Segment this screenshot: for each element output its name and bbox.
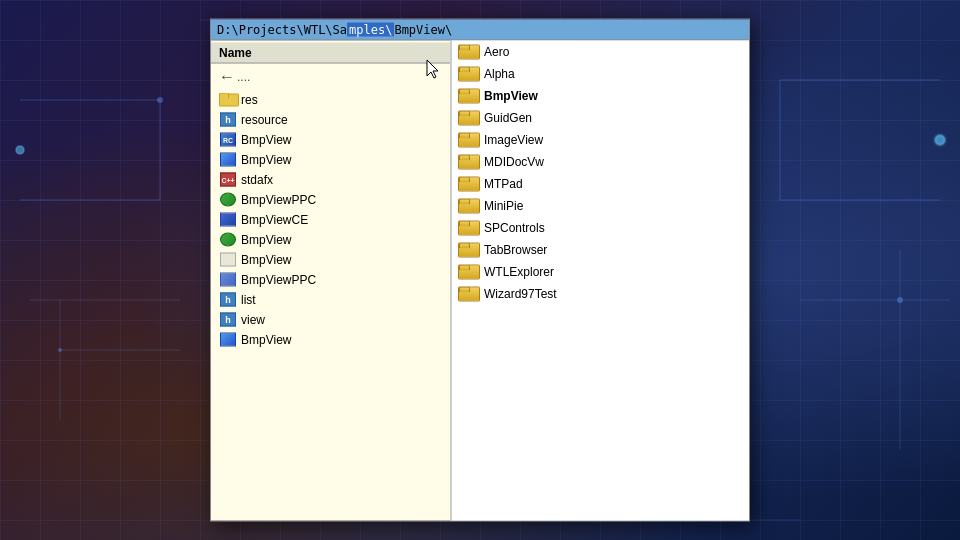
file-name: BmpView [241, 253, 291, 267]
generic-icon [219, 252, 237, 268]
list-item[interactable]: h view [211, 310, 450, 330]
list-item[interactable]: BmpView [211, 150, 450, 170]
file-name: BmpViewPPC [241, 193, 316, 207]
list-item[interactable]: WTLExplorer [452, 261, 749, 283]
folder-icon [458, 198, 478, 214]
ppc-icon [219, 192, 237, 208]
item-label: TabBrowser [484, 243, 547, 257]
list-item[interactable]: BmpViewPPC [211, 270, 450, 290]
ce2-icon [219, 272, 237, 288]
folder-icon [458, 264, 478, 280]
ppc2-icon [219, 232, 237, 248]
item-label: MTPad [484, 177, 523, 191]
folder-icon [458, 286, 478, 302]
rc-file-icon: RC [219, 132, 237, 148]
item-label: GuidGen [484, 111, 532, 125]
file-name: BmpView [241, 333, 291, 347]
right-panel[interactable]: Aero Alpha BmpView GuidGen ImageView [451, 41, 749, 521]
back-arrow-icon: ← [219, 68, 235, 86]
address-highlight: mples\ [347, 23, 394, 37]
list-item[interactable]: res [211, 90, 450, 110]
h-file-icon: h [219, 112, 237, 128]
folder-icon [458, 132, 478, 148]
address-bar[interactable]: D:\Projects\WTL\Samples\BmpView\ [211, 20, 749, 41]
item-label: SPControls [484, 221, 545, 235]
back-label: .... [237, 70, 250, 84]
list-item[interactable]: BmpView [452, 85, 749, 107]
folder-icon [458, 44, 478, 60]
file-name: BmpViewCE [241, 213, 308, 227]
folder-icon [219, 92, 237, 108]
cpp-file-icon: C++ [219, 172, 237, 188]
folder-icon [458, 220, 478, 236]
file-name: resource [241, 113, 288, 127]
address-suffix: BmpView\ [394, 23, 452, 37]
file-name: BmpView [241, 133, 291, 147]
list-item[interactable]: SPControls [452, 217, 749, 239]
folder-icon [458, 110, 478, 126]
list-item[interactable]: ImageView [452, 129, 749, 151]
item-label: MDIDocVw [484, 155, 544, 169]
file-name: BmpView [241, 153, 291, 167]
item-label: BmpView [484, 89, 538, 103]
list-item[interactable]: Alpha [452, 63, 749, 85]
list-item[interactable]: BmpViewPPC [211, 190, 450, 210]
file-name: view [241, 313, 265, 327]
folder-icon [458, 154, 478, 170]
file-name: list [241, 293, 256, 307]
file-name: BmpViewPPC [241, 273, 316, 287]
list-item[interactable]: GuidGen [452, 107, 749, 129]
folder-icon [458, 88, 478, 104]
list-item[interactable]: MTPad [452, 173, 749, 195]
address-prefix: D:\Projects\WTL\Sa [217, 23, 347, 37]
column-header: Name [211, 43, 450, 64]
left-panel[interactable]: Name ← .... res h resource [211, 41, 451, 521]
content-area: Name ← .... res h resource [211, 41, 749, 521]
list-item[interactable]: Wizard97Test [452, 283, 749, 305]
list-item[interactable]: BmpViewCE [211, 210, 450, 230]
item-label: Alpha [484, 67, 515, 81]
vcproj-icon [219, 152, 237, 168]
vcproj2-icon [219, 332, 237, 348]
file-name: BmpView [241, 233, 291, 247]
list-item[interactable]: h resource [211, 110, 450, 130]
item-label: WTLExplorer [484, 265, 554, 279]
file-dialog: D:\Projects\WTL\Samples\BmpView\ Name ← … [210, 19, 750, 522]
list-item[interactable]: Aero [452, 41, 749, 63]
list-item[interactable]: MDIDocVw [452, 151, 749, 173]
list-item[interactable]: MiniPie [452, 195, 749, 217]
folder-icon [458, 66, 478, 82]
folder-dropdown[interactable]: Aero Alpha BmpView GuidGen ImageView [452, 41, 749, 521]
item-label: ImageView [484, 133, 543, 147]
list-item[interactable]: BmpView [211, 250, 450, 270]
h-file-icon-2: h [219, 292, 237, 308]
list-item[interactable]: BmpView [211, 230, 450, 250]
item-label: MiniPie [484, 199, 523, 213]
list-item[interactable]: C++ stdafx [211, 170, 450, 190]
h-file-icon-3: h [219, 312, 237, 328]
folder-icon [458, 176, 478, 192]
file-name: stdafx [241, 173, 273, 187]
item-label: Aero [484, 45, 509, 59]
back-navigation[interactable]: ← .... [211, 64, 450, 90]
list-item[interactable]: BmpView [211, 330, 450, 350]
item-label: Wizard97Test [484, 287, 557, 301]
file-name: res [241, 93, 258, 107]
ce-icon [219, 212, 237, 228]
folder-icon [458, 242, 478, 258]
list-item[interactable]: TabBrowser [452, 239, 749, 261]
list-item[interactable]: h list [211, 290, 450, 310]
list-item[interactable]: RC BmpView [211, 130, 450, 150]
